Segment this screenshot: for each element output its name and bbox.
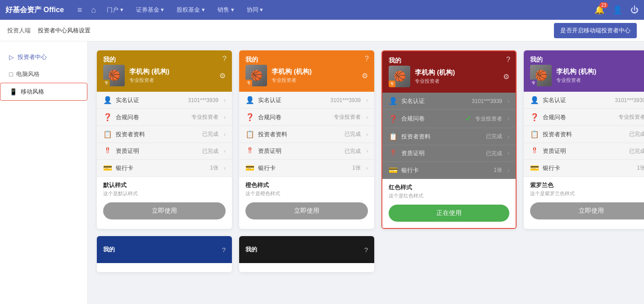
use-button-gold[interactable]: 立即使用 (103, 202, 226, 219)
shiming-label-purple: 实名认证 (543, 96, 612, 104)
arrow-red-1: › (508, 98, 509, 104)
user-name-orange: 李机构 (机构) (272, 67, 357, 76)
bank-label-gold: 银行卡 (116, 164, 206, 172)
breadcrumb: 投资者中心风格设置 (38, 27, 91, 35)
sidebar: ▷ 投资者中心 □ 电脑风格 📱 移动风格 (0, 41, 88, 304)
footer-title-orange: 橙色样式 (245, 181, 368, 189)
card-user-row-orange: 🏀 专 李机构 (机构) 专业投资者 ⚙ (245, 65, 368, 86)
card-row-bank-gold[interactable]: 💳 银行卡 1张 › (97, 160, 232, 177)
questionnaire-label-orange: 合规问卷 (258, 113, 330, 121)
card-footer-gold: 默认样式 这个是默认样式 (97, 177, 232, 199)
use-button-orange[interactable]: 立即使用 (245, 202, 368, 219)
user-tag-red: 专业投资者 (415, 78, 499, 85)
home-icon[interactable]: ⌂ (88, 5, 99, 15)
avatar-gold: 🏀 专 (103, 65, 125, 86)
card-row-info-orange[interactable]: 📋 投资者资料 已完成 › (239, 126, 374, 143)
card-row-cert-orange[interactable]: 🎖 资质证明 已完成 › (239, 143, 374, 160)
card-row-cert-purple[interactable]: 🎖 资质证明 已完成 › (524, 143, 644, 160)
card-row-cert-gold[interactable]: 🎖 资质证明 已完成 › (97, 143, 232, 160)
card-my-label-orange: 我的 (245, 56, 368, 64)
use-button-red[interactable]: 正在使用 (389, 205, 509, 222)
card-row-bank-red[interactable]: 💳 银行卡 1张 › (382, 162, 516, 179)
main-layout: ▷ 投资者中心 □ 电脑风格 📱 移动风格 我的 🏀 (0, 41, 644, 304)
sidebar-item-mobile-style[interactable]: 📱 移动风格 (0, 83, 87, 101)
question-icon-orange[interactable]: ? (365, 55, 369, 63)
footer-title-red: 红色样式 (389, 183, 509, 192)
cert-icon-orange: 🎖 (245, 147, 254, 155)
nav-equity[interactable]: 股权基金 ▾ (172, 0, 209, 20)
bank-icon-red: 💳 (389, 166, 398, 174)
cert-label-red: 资质证明 (401, 149, 482, 157)
footer-desc-gold: 这个是默认样式 (103, 190, 226, 197)
user-icon[interactable]: 👤 (612, 5, 622, 15)
nav-portal[interactable]: 门户 ▾ (102, 0, 128, 20)
bank-icon-gold: 💳 (103, 164, 112, 172)
info-icon-gold: 📋 (103, 130, 112, 139)
bottom-card-question-blue: ? (222, 246, 226, 254)
theme-cards-row: 我的 🏀 专 李机构 (机构) 专业投资者 ⚙ (97, 50, 635, 229)
cert-value-red: 已完成 (486, 150, 502, 157)
bank-label-purple: 银行卡 (543, 164, 633, 172)
bank-value-purple: 1张 (637, 164, 644, 172)
gear-icon-gold[interactable]: ⚙ (219, 72, 226, 80)
card-row-info-purple[interactable]: 📋 投资者资料 已完成 › (524, 126, 644, 143)
card-row-info-red[interactable]: 📋 投资者资料 已完成 › (382, 128, 516, 145)
bank-value-orange: 1张 (352, 164, 361, 172)
card-row-info-gold[interactable]: 📋 投资者资料 已完成 › (97, 126, 232, 143)
card-row-questionnaire-purple[interactable]: ❓ 合规问卷 专业投资者 › (524, 109, 644, 126)
notification-button[interactable]: 🔔 23 (594, 5, 604, 15)
card-row-bank-orange[interactable]: 💳 银行卡 1张 › (239, 160, 374, 177)
notification-badge: 23 (599, 2, 608, 8)
bottom-card-blue: 我的 ? (97, 236, 232, 272)
card-row-cert-red[interactable]: 🎖 资质证明 已完成 › (382, 145, 516, 162)
gear-icon-red[interactable]: ⚙ (503, 72, 509, 81)
nav-collab[interactable]: 协同 ▾ (242, 0, 268, 20)
info-icon-red: 📋 (389, 132, 398, 141)
cert-icon-red: 🎖 (389, 149, 398, 157)
mobile-icon: 📱 (9, 88, 17, 95)
nav-securities[interactable]: 证券基金 ▾ (132, 0, 169, 20)
menu-icon[interactable]: ≡ (75, 5, 85, 15)
card-body-orange: 👤 实名认证 3101***3939 › ❓ 合规问卷 专业投资者 › 📋 投资… (239, 92, 374, 177)
card-row-questionnaire-gold[interactable]: ❓ 合规问卷 专业投资者 › (97, 109, 232, 126)
card-row-bank-purple[interactable]: 💳 银行卡 1张 › (524, 160, 644, 177)
sidebar-item-pc-style[interactable]: □ 电脑风格 (0, 66, 87, 83)
user-name-purple: 李机构 (机构) (556, 67, 642, 76)
nav-sales[interactable]: 销售 ▾ (213, 0, 239, 20)
mobile-center-button[interactable]: 是否开启移动端投资者中心 (554, 23, 637, 38)
theme-card-purple: 我的 🏀 专 李机构 (机构) 专业投资者 ⚙ (524, 50, 644, 229)
power-icon[interactable]: ⏻ (630, 5, 639, 15)
card-footer-purple: 紫罗兰色 这个是紫罗兰色样式 (524, 177, 644, 199)
card-row-shiming-red[interactable]: 👤 实名认证 3101***3939 › (382, 93, 516, 110)
card-row-questionnaire-red[interactable]: ❓ 合规问卷 ✓ 专业投资者 › (382, 110, 516, 128)
topnav-right: 🔔 23 👤 ⏻ (594, 5, 639, 15)
info-value-red: 已完成 (486, 133, 502, 140)
avatar-badge-orange: 专 (245, 80, 252, 86)
card-user-row-purple: 🏀 专 李机构 (机构) 专业投资者 ⚙ (530, 65, 644, 86)
card-row-shiming-purple[interactable]: 👤 实名认证 3101***3939 › (524, 92, 644, 109)
card-user-row-red: 🏀 专 李机构 (机构) 专业投资者 ⚙ (389, 66, 509, 87)
card-row-questionnaire-orange[interactable]: ❓ 合规问卷 专业投资者 › (239, 109, 374, 126)
cert-label-purple: 资质证明 (543, 147, 626, 155)
card-row-shiming-gold[interactable]: 👤 实名认证 3101***3939 › (97, 92, 232, 109)
question-icon-red[interactable]: ? (506, 56, 510, 64)
sidebar-item-investor-center[interactable]: ▷ 投资者中心 (0, 49, 87, 66)
footer-desc-red: 这个是红色样式 (389, 192, 509, 199)
info-value-purple: 已完成 (629, 130, 644, 138)
card-row-shiming-orange[interactable]: 👤 实名认证 3101***3939 › (239, 92, 374, 109)
gear-icon-orange[interactable]: ⚙ (362, 72, 368, 80)
arrow-gold-2: › (224, 114, 226, 121)
bottom-card-header-dark: 我的 ? (239, 236, 374, 263)
bottom-card-my-blue: 我的 (103, 246, 115, 254)
shiming-icon-red: 👤 (389, 97, 398, 105)
theme-card-red: 我的 🏀 专 李机构 (机构) 专业投资者 ⚙ (381, 50, 517, 229)
card-my-label-purple: 我的 (530, 56, 644, 64)
use-button-purple[interactable]: 立即使用 (530, 202, 644, 219)
user-tag-gold: 专业投资者 (129, 77, 215, 84)
shiming-label-red: 实名认证 (401, 97, 468, 105)
question-icon-gold[interactable]: ? (222, 55, 227, 63)
arrow-gold-1: › (224, 97, 226, 103)
avatar-badge-red: 专 (389, 80, 395, 87)
arrow-orange-2: › (366, 114, 368, 121)
arrow-orange-3: › (366, 131, 368, 138)
